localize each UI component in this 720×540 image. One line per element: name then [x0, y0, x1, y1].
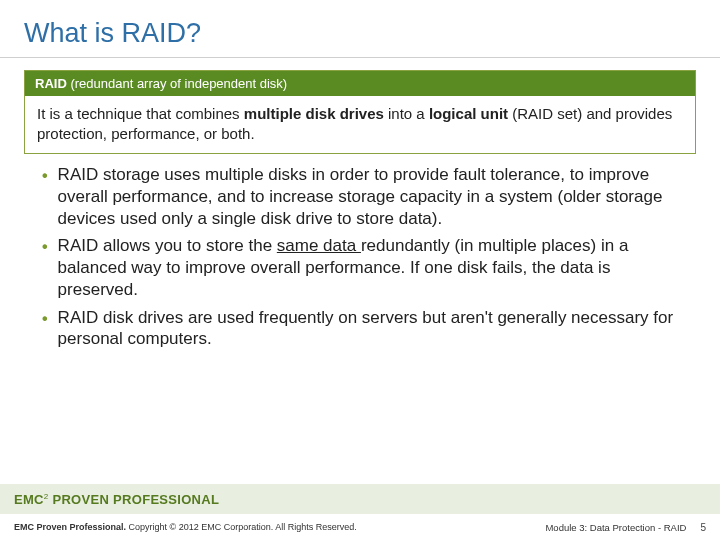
bullet2-pre: RAID allows you to store the: [58, 236, 277, 255]
defbody-bold1: multiple disk drives: [244, 105, 384, 122]
bullet2-underline: same data: [277, 236, 361, 255]
bullet-list: • RAID storage uses multiple disks in or…: [42, 164, 690, 350]
slide: What is RAID? RAID (redundant array of i…: [0, 0, 720, 540]
footer-right: Module 3: Data Protection - RAID 5: [545, 522, 706, 533]
copyright-bold: EMC Proven Professional.: [14, 522, 126, 532]
bullet-icon: •: [42, 237, 48, 256]
definition-box: RAID (redundant array of independent dis…: [24, 70, 696, 154]
brand-footer: EMC2 PROVEN PROFESSIONAL: [0, 484, 720, 514]
defbody-bold2: logical unit: [429, 105, 508, 122]
list-item: • RAID allows you to store the same data…: [42, 235, 690, 300]
definition-term: RAID: [35, 76, 70, 91]
definition-body: It is a technique that combines multiple…: [25, 96, 695, 153]
list-item: • RAID storage uses multiple disks in or…: [42, 164, 690, 229]
defbody-pre: It is a technique that combines: [37, 105, 244, 122]
definition-expansion: (redundant array of independent disk): [70, 76, 287, 91]
module-label: Module 3: Data Protection - RAID: [545, 522, 686, 533]
list-item: • RAID disk drives are used frequently o…: [42, 307, 690, 351]
slide-title: What is RAID?: [0, 0, 720, 55]
brand-post: PROVEN PROFESSIONAL: [49, 492, 220, 507]
bullet-icon: •: [42, 166, 48, 185]
brand-text: EMC2 PROVEN PROFESSIONAL: [14, 492, 219, 507]
definition-header: RAID (redundant array of independent dis…: [25, 71, 695, 96]
copyright-rest: Copyright © 2012 EMC Corporation. All Ri…: [126, 522, 357, 532]
brand-pre: EMC: [14, 492, 44, 507]
bullet-text-1: RAID storage uses multiple disks in orde…: [58, 164, 690, 229]
bullet-text-3: RAID disk drives are used frequently on …: [58, 307, 690, 351]
copyright-text: EMC Proven Professional. Copyright © 201…: [14, 522, 357, 532]
bullet-text-2: RAID allows you to store the same data r…: [58, 235, 690, 300]
bullet-icon: •: [42, 309, 48, 328]
page-number: 5: [700, 522, 706, 533]
copyright-footer: EMC Proven Professional. Copyright © 201…: [0, 514, 720, 540]
defbody-mid: into a: [384, 105, 429, 122]
title-divider: [0, 57, 720, 58]
